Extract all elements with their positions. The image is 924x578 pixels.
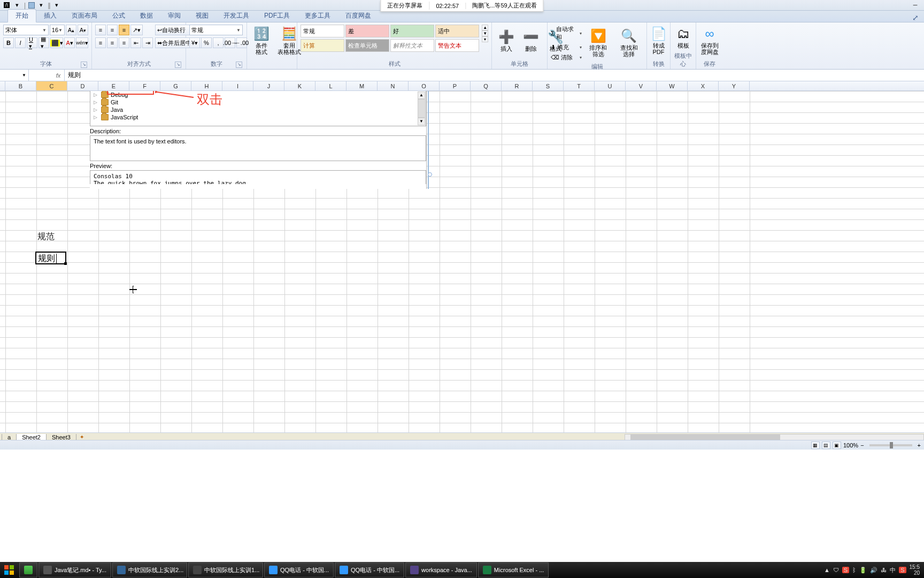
tb-zrgj2[interactable]: 中软国际线上实训1... bbox=[188, 562, 263, 577]
select-all-corner[interactable] bbox=[0, 81, 5, 90]
col-header-Y[interactable]: Y bbox=[719, 81, 750, 90]
view-normal[interactable]: ▦ bbox=[811, 442, 820, 449]
col-header-T[interactable]: T bbox=[564, 81, 595, 90]
image-resize-handle[interactable] bbox=[428, 172, 432, 177]
tab-more[interactable]: 更多工具 bbox=[297, 10, 338, 22]
tb-typora[interactable]: Java笔记.md• - Ty... bbox=[38, 562, 111, 577]
tab-layout[interactable]: 页面布局 bbox=[64, 10, 105, 22]
save-baidu-button[interactable]: ∞保存到 度网盘 bbox=[699, 22, 720, 58]
col-header-I[interactable]: I bbox=[222, 81, 253, 90]
zoom-out[interactable]: − bbox=[860, 442, 864, 448]
col-header-H[interactable]: H bbox=[191, 81, 222, 90]
name-box[interactable]: ▼ bbox=[0, 70, 29, 81]
tab-baidu[interactable]: 百度网盘 bbox=[338, 10, 379, 22]
col-header-P[interactable]: P bbox=[440, 81, 471, 90]
tree-scrollbar[interactable]: ▲▼ bbox=[418, 92, 425, 125]
shrink-font-button[interactable]: A▾ bbox=[78, 25, 88, 35]
tray-shield-icon[interactable]: 🛡 bbox=[833, 567, 839, 573]
conditional-format-button[interactable]: 🔢 条件格式 bbox=[250, 22, 273, 58]
tray-sogou2-icon[interactable]: S bbox=[899, 567, 906, 573]
underline-button[interactable]: U ▾ bbox=[27, 37, 37, 48]
currency-button[interactable]: ¥▾ bbox=[189, 37, 200, 48]
find-select-button[interactable]: 🔍查找和选择 bbox=[615, 25, 643, 60]
col-header-G[interactable]: G bbox=[160, 81, 191, 90]
embedded-image[interactable]: ▲▼ ▷Debug▷Git▷Java▷JavaScript Descriptio… bbox=[90, 91, 427, 189]
tb-qq1[interactable]: QQ电话 - 中软国... bbox=[264, 562, 334, 577]
col-header-X[interactable]: X bbox=[688, 81, 719, 90]
style-normal[interactable]: 常规 bbox=[301, 25, 344, 37]
col-header-U[interactable]: U bbox=[595, 81, 626, 90]
col-header-N[interactable]: N bbox=[378, 81, 409, 90]
align-top[interactable]: ≡ bbox=[95, 25, 106, 35]
fill-button[interactable]: ⬇填充▾ bbox=[551, 43, 582, 52]
qat-square[interactable] bbox=[28, 2, 35, 9]
percent-button[interactable]: % bbox=[201, 37, 212, 48]
tray-overflow-icon[interactable]: ▲ bbox=[824, 567, 830, 573]
styles-scroll[interactable]: ▲▼▾ bbox=[482, 25, 488, 42]
tray-sogou-icon[interactable]: S bbox=[842, 567, 849, 573]
col-header-L[interactable]: L bbox=[315, 81, 346, 90]
col-header-J[interactable]: J bbox=[253, 81, 284, 90]
tb-excel[interactable]: Microsoft Excel - ... bbox=[478, 562, 549, 577]
col-header-M[interactable]: M bbox=[346, 81, 378, 90]
view-break[interactable]: ▣ bbox=[833, 442, 841, 449]
tray-pin-1[interactable] bbox=[19, 562, 37, 577]
col-header-S[interactable]: S bbox=[533, 81, 564, 90]
start-button[interactable] bbox=[0, 562, 18, 578]
align-left[interactable]: ≡ bbox=[95, 37, 106, 48]
col-header-E[interactable]: E bbox=[98, 81, 129, 90]
align-right[interactable]: ≡ bbox=[119, 37, 129, 48]
window-minimize[interactable]: − bbox=[913, 1, 922, 10]
fill-color-button[interactable]: ⬛▾ bbox=[50, 37, 63, 48]
qat-icon[interactable]: 🅰 bbox=[2, 1, 11, 10]
tab-view[interactable]: 视图 bbox=[188, 10, 216, 22]
col-header-C[interactable]: C bbox=[36, 81, 67, 90]
view-page[interactable]: ▤ bbox=[822, 442, 830, 449]
tray-clock[interactable]: 15:5 20 bbox=[910, 564, 921, 576]
phonetic-button[interactable]: wén▾ bbox=[76, 37, 88, 48]
font-color-button[interactable]: A▾ bbox=[64, 37, 75, 48]
col-header-K[interactable]: K bbox=[284, 81, 315, 90]
number-format-combo[interactable]: 常规▼ bbox=[189, 25, 243, 35]
style-good[interactable]: 好 bbox=[390, 25, 434, 37]
col-header-D[interactable]: D bbox=[67, 81, 98, 90]
align-bottom[interactable]: ≡ bbox=[119, 25, 129, 35]
orientation[interactable]: ↗▾ bbox=[130, 25, 143, 35]
tb-zrgj1[interactable]: 中软国际线上实训2... bbox=[112, 562, 187, 577]
border-button[interactable]: ▦ ▾ bbox=[38, 37, 49, 48]
align-middle[interactable]: ≡ bbox=[107, 25, 118, 35]
fill-handle[interactable] bbox=[64, 262, 67, 265]
col-header-O[interactable]: O bbox=[409, 81, 440, 90]
tree-item[interactable]: ▷Java bbox=[90, 106, 426, 113]
style-check[interactable]: 检查单元格 bbox=[345, 39, 389, 52]
sort-filter-button[interactable]: 🔽排序和筛选 bbox=[584, 25, 612, 60]
font-dialog-launcher[interactable]: ↘ bbox=[81, 62, 87, 68]
tray-net-icon[interactable]: 🖧 bbox=[881, 567, 887, 573]
align-dialog-launcher[interactable]: ↘ bbox=[175, 62, 181, 68]
spreadsheet-grid[interactable]: 规范 规则 ▲▼ ▷Debug▷Git▷Java▷JavaScript Desc… bbox=[0, 91, 924, 439]
align-center[interactable]: ≡ bbox=[107, 37, 118, 48]
tree-item[interactable]: ▷Debug bbox=[90, 91, 426, 98]
zoom-slider[interactable] bbox=[869, 444, 912, 446]
col-header-W[interactable]: W bbox=[657, 81, 688, 90]
tab-data[interactable]: 数据 bbox=[133, 10, 160, 22]
fx-button[interactable]: fx bbox=[52, 72, 64, 79]
tab-pdf[interactable]: PDF工具 bbox=[257, 10, 297, 22]
clear-button[interactable]: ⌫清除▾ bbox=[551, 53, 582, 62]
number-dialog-launcher[interactable]: ↘ bbox=[236, 62, 242, 68]
insert-cells-button[interactable]: ➕插入 bbox=[495, 22, 518, 58]
delete-cells-button[interactable]: ➖删除 bbox=[520, 22, 542, 58]
tb-qq2[interactable]: QQ电话 - 中软国... bbox=[335, 562, 404, 577]
formula-input[interactable]: 规则 bbox=[65, 71, 924, 80]
tree-item[interactable]: ▷JavaScript bbox=[90, 113, 426, 121]
col-header-F[interactable]: F bbox=[129, 81, 160, 90]
grow-font-button[interactable]: A▴ bbox=[66, 25, 76, 35]
font-name-combo[interactable]: 宋体▼ bbox=[3, 25, 49, 35]
col-header-R[interactable]: R bbox=[502, 81, 533, 90]
tab-formula[interactable]: 公式 bbox=[105, 10, 133, 22]
style-explain[interactable]: 解释性文本 bbox=[390, 39, 434, 52]
qat-dd[interactable]: ▾ bbox=[13, 1, 21, 10]
autosum-button[interactable]: Σ自动求和▾ bbox=[551, 25, 582, 42]
tree-item[interactable]: ▷Git bbox=[90, 98, 426, 106]
style-calc[interactable]: 计算 bbox=[301, 39, 344, 52]
